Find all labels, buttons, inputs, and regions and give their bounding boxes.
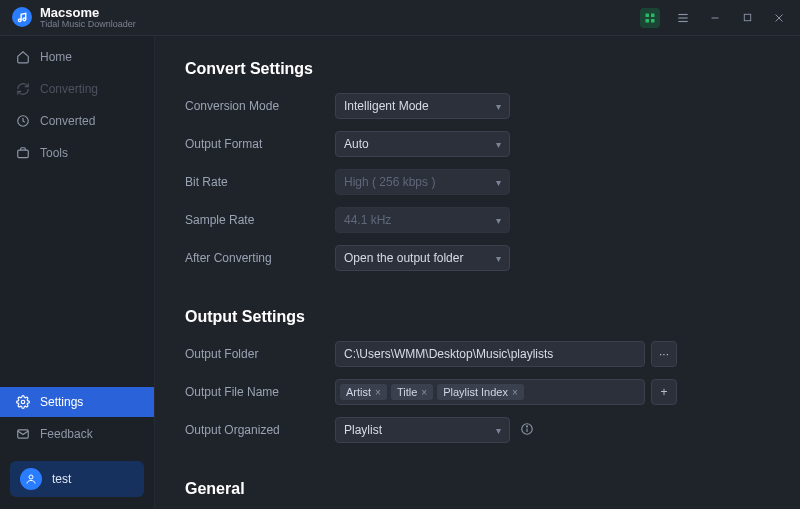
- sidebar-item-label: Tools: [40, 146, 68, 160]
- chevron-down-icon: ▾: [496, 253, 501, 264]
- sidebar-item-label: Feedback: [40, 427, 93, 441]
- select-value: 44.1 kHz: [344, 213, 391, 227]
- tag-artist[interactable]: Artist×: [340, 384, 387, 400]
- add-tag-button[interactable]: +: [651, 379, 677, 405]
- svg-point-17: [29, 475, 33, 479]
- section-title-convert: Convert Settings: [185, 60, 770, 78]
- sidebar-item-converting: Converting: [0, 74, 154, 104]
- select-value: Playlist: [344, 423, 382, 437]
- svg-point-15: [21, 400, 25, 404]
- sidebar-item-home[interactable]: Home: [0, 42, 154, 72]
- chevron-down-icon: ▾: [496, 139, 501, 150]
- select-output-organized[interactable]: Playlist ▾: [335, 417, 510, 443]
- sidebar-item-tools[interactable]: Tools: [0, 138, 154, 168]
- chevron-down-icon: ▾: [496, 177, 501, 188]
- svg-point-20: [527, 425, 528, 426]
- brand: Macsome Tidal Music Downloader: [12, 6, 136, 29]
- clock-icon: [16, 114, 30, 128]
- select-sample-rate: 44.1 kHz ▾: [335, 207, 510, 233]
- label-output-file-name: Output File Name: [185, 385, 335, 399]
- info-icon[interactable]: [520, 422, 534, 439]
- remove-tag-icon[interactable]: ×: [421, 387, 427, 398]
- chevron-down-icon: ▾: [496, 425, 501, 436]
- label-after-converting: After Converting: [185, 251, 335, 265]
- svg-point-0: [18, 19, 21, 22]
- remove-tag-icon[interactable]: ×: [375, 387, 381, 398]
- app-subtitle: Tidal Music Downloader: [40, 20, 136, 29]
- close-button[interactable]: [770, 9, 788, 27]
- input-output-folder[interactable]: C:\Users\WMM\Desktop\Music\playlists: [335, 341, 645, 367]
- svg-rect-3: [651, 13, 655, 17]
- select-bit-rate: High ( 256 kbps ) ▾: [335, 169, 510, 195]
- select-output-format[interactable]: Auto ▾: [335, 131, 510, 157]
- label-output-organized: Output Organized: [185, 423, 335, 437]
- svg-rect-4: [646, 19, 650, 23]
- user-label: test: [52, 472, 71, 486]
- converting-icon: [16, 82, 30, 96]
- svg-rect-2: [646, 13, 650, 17]
- titlebar: Macsome Tidal Music Downloader: [0, 0, 800, 36]
- ellipsis-icon: ···: [659, 347, 669, 361]
- select-value: Intelligent Mode: [344, 99, 429, 113]
- menu-button[interactable]: [674, 9, 692, 27]
- sidebar-item-label: Home: [40, 50, 72, 64]
- gear-icon: [16, 395, 30, 409]
- input-value: C:\Users\WMM\Desktop\Music\playlists: [344, 347, 553, 361]
- chevron-down-icon: ▾: [496, 101, 501, 112]
- grid-view-button[interactable]: [640, 8, 660, 28]
- label-output-folder: Output Folder: [185, 347, 335, 361]
- select-conversion-mode[interactable]: Intelligent Mode ▾: [335, 93, 510, 119]
- label-sample-rate: Sample Rate: [185, 213, 335, 227]
- sidebar-item-label: Settings: [40, 395, 83, 409]
- label-bit-rate: Bit Rate: [185, 175, 335, 189]
- svg-rect-14: [18, 150, 29, 158]
- label-output-format: Output Format: [185, 137, 335, 151]
- svg-rect-5: [651, 19, 655, 23]
- app-logo-icon: [12, 7, 32, 27]
- sidebar: Home Converting Converted Tools: [0, 36, 155, 509]
- toolbox-icon: [16, 146, 30, 160]
- sidebar-item-settings[interactable]: Settings: [0, 387, 154, 417]
- select-value: High ( 256 kbps ): [344, 175, 435, 189]
- browse-folder-button[interactable]: ···: [651, 341, 677, 367]
- home-icon: [16, 50, 30, 64]
- sidebar-user[interactable]: test: [10, 461, 144, 497]
- select-value: Open the output folder: [344, 251, 463, 265]
- maximize-button[interactable]: [738, 9, 756, 27]
- tag-title[interactable]: Title×: [391, 384, 433, 400]
- sidebar-item-converted[interactable]: Converted: [0, 106, 154, 136]
- sidebar-item-feedback[interactable]: Feedback: [0, 419, 154, 449]
- chevron-down-icon: ▾: [496, 215, 501, 226]
- select-after-converting[interactable]: Open the output folder ▾: [335, 245, 510, 271]
- minimize-button[interactable]: [706, 9, 724, 27]
- main-panel: Convert Settings Conversion Mode Intelli…: [155, 36, 800, 509]
- tag-playlist-index[interactable]: Playlist Index×: [437, 384, 524, 400]
- plus-icon: +: [660, 385, 667, 399]
- section-title-output: Output Settings: [185, 308, 770, 326]
- app-name: Macsome: [40, 6, 136, 20]
- mail-icon: [16, 427, 30, 441]
- remove-tag-icon[interactable]: ×: [512, 387, 518, 398]
- select-value: Auto: [344, 137, 369, 151]
- avatar-icon: [20, 468, 42, 490]
- sidebar-item-label: Converting: [40, 82, 98, 96]
- tagbox-file-name[interactable]: Artist× Title× Playlist Index×: [335, 379, 645, 405]
- section-title-general: General: [185, 480, 770, 498]
- sidebar-item-label: Converted: [40, 114, 95, 128]
- label-conversion-mode: Conversion Mode: [185, 99, 335, 113]
- svg-rect-10: [744, 14, 750, 20]
- svg-point-1: [22, 18, 25, 21]
